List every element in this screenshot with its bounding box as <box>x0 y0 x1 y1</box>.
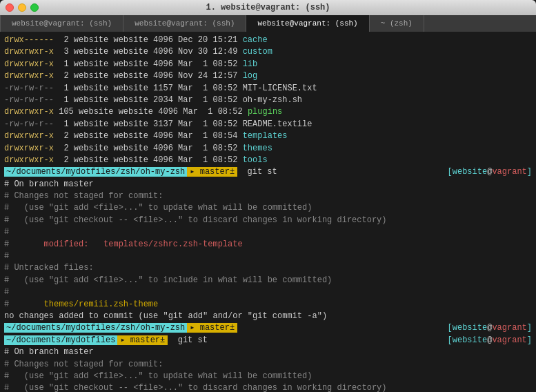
prompt-line-3: ~/documents/mydotfiles▸ master± git st [… <box>4 335 532 346</box>
git-untracked-file: # themes/remiii.zsh-theme <box>4 299 532 311</box>
git-changes-header-2: # Changes not staged for commit: <box>4 359 532 371</box>
tab-4[interactable]: ~ (zsh) <box>370 15 424 32</box>
git-untracked-hint: # (use "git add <file>..." to include in… <box>4 275 532 286</box>
ls-line-log: drwxrwxr-x 2 website website 4096 Nov 24… <box>4 70 532 82</box>
ls-line-lib: drwxrwxr-x 1 website website 4096 Mar 1 … <box>4 59 532 70</box>
ls-line-plugins: drwxrwxr-x 105 website website 4096 Mar … <box>4 106 532 118</box>
git-hint-4: # (use "git checkout -- <file>..." to di… <box>4 382 532 392</box>
traffic-lights <box>6 3 39 12</box>
tab-1[interactable]: website@vagrant: (ssh) <box>0 15 123 32</box>
ls-line-readme: -rw-rw-r-- 1 website website 3137 Mar 1 … <box>4 119 532 130</box>
tab-bar: website@vagrant: (ssh) website@vagrant: … <box>0 15 536 32</box>
ls-line-templates: drwxrwxr-x 2 website website 4096 Mar 1 … <box>4 130 532 142</box>
git-empty-3: # <box>4 286 532 298</box>
ls-line-custom: drwxrwxr-x 3 website website 4096 Nov 30… <box>4 46 532 58</box>
git-changes-header: # Changes not staged for commit: <box>4 190 532 202</box>
ls-line-ohmy: -rw-rw-r-- 1 website website 2034 Mar 1 … <box>4 95 532 106</box>
git-hint-2: # (use "git checkout -- <file>..." to di… <box>4 215 532 226</box>
prompt-line-2: ~/documents/mydotfiles/zsh/oh-my-zsh▸ ma… <box>4 322 532 334</box>
ls-line-themes: drwxrwxr-x 2 website website 4096 Mar 1 … <box>4 143 532 155</box>
tab-3[interactable]: website@vagrant: (ssh) <box>246 15 369 32</box>
title-bar: 1. website@vagrant: (ssh) <box>0 0 536 15</box>
git-branch: # On branch master <box>4 179 532 190</box>
git-modified-1: # modified: templates/zshrc.zsh-template <box>4 239 532 251</box>
git-empty-1: # <box>4 226 532 238</box>
git-hint-3: # (use "git add <file>..." to update wha… <box>4 371 532 382</box>
git-no-changes: no changes added to commit (use "git add… <box>4 311 532 322</box>
git-empty-2: # <box>4 251 532 262</box>
ls-line-mit: -rw-rw-r-- 1 website website 1157 Mar 1 … <box>4 83 532 95</box>
prompt-line-1: ~/documents/mydotfiles/zsh/oh-my-zsh▸ ma… <box>4 166 532 178</box>
git-branch-2: # On branch master <box>4 346 532 358</box>
ls-line-tools: drwxrwxr-x 2 website website 4096 Mar 1 … <box>4 155 532 166</box>
git-untracked-header: # Untracked files: <box>4 262 532 274</box>
tab-2[interactable]: website@vagrant: (ssh) <box>123 15 246 32</box>
minimize-button[interactable] <box>18 3 26 12</box>
terminal: drwx------ 2 website website 4096 Dec 20… <box>0 32 536 392</box>
close-button[interactable] <box>6 3 14 12</box>
window-title: 1. website@vagrant: (ssh) <box>206 3 330 12</box>
ls-line-cache: drwx------ 2 website website 4096 Dec 20… <box>4 35 532 46</box>
maximize-button[interactable] <box>30 3 39 12</box>
git-hint-1: # (use "git add <file>..." to update wha… <box>4 202 532 214</box>
